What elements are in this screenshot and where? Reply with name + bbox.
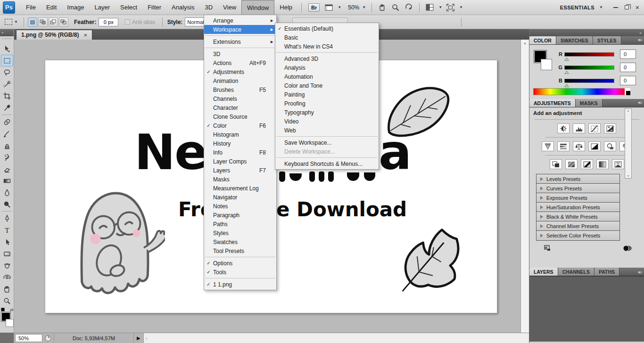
rectangular-marquee-tool[interactable] xyxy=(1,55,13,66)
menu-item[interactable] xyxy=(275,135,379,138)
spot-healing-brush-tool[interactable] xyxy=(1,116,13,128)
menu-item[interactable]: Character xyxy=(204,103,276,112)
screen-mode-icon[interactable] xyxy=(446,3,456,12)
background-color-swatch[interactable] xyxy=(6,319,14,327)
menubar-item[interactable]: File xyxy=(21,0,41,15)
menu-item[interactable]: ✓ Adjustments xyxy=(204,67,276,76)
menu-item[interactable]: Workspace ▶ xyxy=(204,25,276,34)
menu-item[interactable]: Advanced 3D xyxy=(275,54,379,63)
menu-item[interactable] xyxy=(204,255,276,259)
expand-triangle-icon[interactable] xyxy=(540,234,543,237)
preset-row[interactable]: Channel Mixer Presets xyxy=(537,221,619,231)
intersect-selection-button[interactable] xyxy=(59,17,68,27)
scroll-down-icon[interactable]: ▼ xyxy=(625,174,631,178)
3d-rotate-tool[interactable] xyxy=(1,260,13,271)
menu-item[interactable]: Histogram xyxy=(204,130,276,139)
feather-input[interactable] xyxy=(99,18,118,26)
vibrance-icon[interactable] xyxy=(542,141,554,151)
move-tool[interactable] xyxy=(1,43,13,55)
color-spectrum-ramp[interactable] xyxy=(533,88,630,95)
restore-button[interactable] xyxy=(625,5,629,9)
menu-item[interactable]: 3D xyxy=(204,49,276,58)
default-colors-icon[interactable] xyxy=(1,308,5,311)
expand-triangle-icon[interactable] xyxy=(540,196,543,200)
dodge-tool[interactable] xyxy=(1,198,13,210)
layers-panel-content[interactable] xyxy=(529,276,644,342)
menu-item[interactable]: Info F8 xyxy=(204,148,276,157)
menubar-item[interactable]: View xyxy=(218,0,241,15)
menu-item[interactable]: Typography xyxy=(275,108,379,117)
blue-slider[interactable] xyxy=(564,79,614,83)
panel-menu-icon[interactable]: ▾≡ xyxy=(638,38,642,42)
panel-tab[interactable]: COLOR xyxy=(529,36,556,44)
expand-triangle-icon[interactable] xyxy=(540,205,543,209)
type-tool[interactable]: T xyxy=(1,224,13,236)
expand-triangle-icon[interactable] xyxy=(540,177,543,181)
menu-item[interactable]: ✓ Essentials (Default) xyxy=(275,24,379,33)
curves-icon[interactable] xyxy=(588,123,601,133)
green-slider[interactable] xyxy=(564,65,614,70)
close-button[interactable]: × xyxy=(636,5,639,10)
brightness-contrast-icon[interactable] xyxy=(557,123,570,133)
preset-row[interactable]: Hue/Saturation Presets xyxy=(537,203,619,212)
history-brush-tool[interactable] xyxy=(1,151,13,163)
menu-item[interactable]: Brushes F5 xyxy=(204,85,276,94)
chevron-down-icon[interactable]: ▼ xyxy=(338,5,341,9)
menu-item[interactable]: Measurement Log xyxy=(204,184,276,193)
blue-value[interactable]: 0 xyxy=(620,76,636,85)
3d-orbit-tool[interactable] xyxy=(1,271,13,283)
expand-triangle-icon[interactable] xyxy=(540,215,543,219)
menu-item[interactable]: Color and Tone xyxy=(275,81,379,90)
menu-item[interactable]: Channels xyxy=(204,94,276,103)
menubar-item[interactable]: Analysis xyxy=(166,0,199,15)
menu-item[interactable]: ✓ 1 1.png xyxy=(204,280,276,289)
expand-triangle-icon[interactable] xyxy=(540,224,543,228)
launch-bridge-button[interactable]: Br xyxy=(308,3,320,12)
slider-thumb[interactable] xyxy=(564,84,569,87)
menu-item[interactable]: Actions Alt+F9 xyxy=(204,58,276,67)
preset-row[interactable]: Black & White Presets xyxy=(537,212,619,221)
panel-tab[interactable]: STYLES xyxy=(593,36,621,44)
preset-row[interactable]: Selective Color Presets xyxy=(537,231,619,240)
panel-tab[interactable]: PATHS xyxy=(594,268,619,276)
minimize-button[interactable] xyxy=(613,7,618,8)
panel-tab[interactable]: LAYERS xyxy=(529,268,558,276)
panel-grip[interactable] xyxy=(2,38,11,41)
crop-tool[interactable] xyxy=(1,90,13,102)
menu-item[interactable] xyxy=(204,46,276,49)
rotate-view-tool-icon[interactable] xyxy=(404,3,414,12)
document-size-info[interactable]: Doc: 5,93M/4,57M xyxy=(54,333,134,343)
scroll-up-icon[interactable]: ▲ xyxy=(521,41,529,45)
preset-row[interactable]: Curves Presets xyxy=(537,184,619,193)
panel-tab[interactable]: CHANNELS xyxy=(558,268,594,276)
chevron-down-icon[interactable]: ▼ xyxy=(599,5,603,9)
menu-item[interactable]: ✓ Color F6 xyxy=(204,121,276,130)
levels-icon[interactable] xyxy=(573,123,585,133)
menu-item[interactable] xyxy=(204,277,276,280)
pen-tool[interactable] xyxy=(1,212,13,224)
clip-to-layer-icon[interactable] xyxy=(622,245,633,252)
panel-tab[interactable]: MASKS xyxy=(576,99,603,107)
scroll-left-icon[interactable]: ‹ xyxy=(146,335,148,342)
selective-color-icon[interactable] xyxy=(612,159,624,169)
menubar-item[interactable]: Select xyxy=(115,0,142,15)
add-to-selection-button[interactable] xyxy=(38,17,48,27)
workspace-switcher[interactable]: ESSENTIALS xyxy=(560,5,594,10)
gradient-tool[interactable] xyxy=(1,175,13,187)
brush-tool[interactable] xyxy=(1,128,13,139)
menu-item[interactable]: Delete Workspace... xyxy=(275,147,379,156)
menu-item[interactable]: Paragraph xyxy=(204,211,276,220)
subtract-from-selection-button[interactable] xyxy=(49,17,58,27)
black-and-white-icon[interactable] xyxy=(588,141,601,151)
panel-tab[interactable]: SWATCHES xyxy=(556,36,593,44)
menu-item[interactable]: Swatches xyxy=(204,237,276,246)
menu-item[interactable]: Analysis xyxy=(275,63,379,72)
menu-item[interactable] xyxy=(204,34,276,37)
vertical-scrollbar[interactable]: ▲ xyxy=(520,40,529,333)
zoom-tool-icon[interactable] xyxy=(390,3,401,12)
menu-item[interactable]: Paths xyxy=(204,220,276,229)
menubar-item[interactable]: Help xyxy=(274,0,297,15)
spectrum-end-swatches[interactable] xyxy=(625,88,630,95)
gradient-map-icon[interactable] xyxy=(596,159,609,169)
hand-tool-icon[interactable] xyxy=(377,3,388,12)
